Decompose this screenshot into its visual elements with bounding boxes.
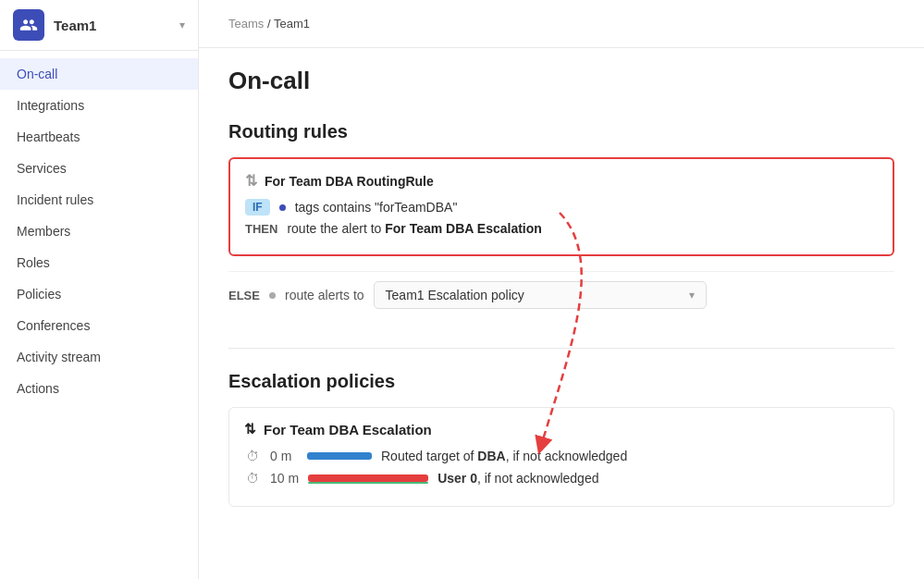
breadcrumb: Teams / Team1 [228, 17, 310, 31]
sidebar-item-services[interactable]: Services [0, 153, 198, 184]
sidebar-item-roles[interactable]: Roles [0, 247, 198, 278]
page-title: On-call [228, 67, 894, 95]
chevron-down-icon: ▾ [689, 289, 695, 302]
team-name: Team1 [54, 18, 170, 33]
clock-icon-2: ⏱ [244, 471, 261, 486]
team-avatar [13, 9, 44, 41]
else-dot [269, 292, 276, 299]
step-2-progress-bar [308, 474, 428, 482]
rule-then-text: route the alert to For Team DBA Escalati… [287, 221, 541, 236]
sidebar-item-policies[interactable]: Policies [0, 278, 198, 310]
breadcrumb-separator: / [267, 17, 274, 31]
step-1-time: 0 m [270, 449, 298, 463]
step-1-target: DBA [477, 449, 505, 463]
rule-then-row: THEN route the alert to For Team DBA Esc… [245, 221, 878, 236]
clock-icon-1: ⏱ [244, 449, 261, 463]
sidebar-item-conferences[interactable]: Conferences [0, 310, 198, 341]
step-1-desc: Routed target of DBA, if not acknowledge… [381, 449, 627, 463]
sidebar-item-integrations[interactable]: Integrations [0, 90, 198, 121]
step-1-progress-bar [307, 452, 372, 460]
rule-card-header: ⇅ For Team DBA RoutingRule [245, 172, 878, 190]
main-content-area: Teams / Team1 On-call Routing rules ⇅ Fo… [199, 0, 924, 579]
else-policy-select[interactable]: Team1 Escalation policy ▾ [374, 281, 707, 309]
team-chevron-icon: ▾ [179, 18, 185, 31]
page-body: On-call Routing rules ⇅ For Team DBA Rou… [199, 48, 924, 525]
then-badge: THEN [245, 222, 277, 236]
routing-rules-title: Routing rules [228, 121, 894, 142]
else-policy-value: Team1 Escalation policy [386, 288, 524, 302]
escalation-card-header: ⇅ For Team DBA Escalation [244, 421, 879, 437]
breadcrumb-parent[interactable]: Teams [228, 17, 264, 31]
escalation-policies-section: Escalation policies ⇅ For Team DBA Escal… [228, 371, 894, 507]
rule-if-row: IF tags contains "forTeamDBA" [245, 199, 878, 216]
team-icon [19, 16, 38, 34]
escalation-policies-title: Escalation policies [228, 371, 894, 392]
sidebar: Team1 ▾ On-call Integrations Heartbeats … [0, 0, 199, 579]
step-2-desc: User 0, if not acknowledged [437, 471, 598, 486]
section-divider [228, 348, 894, 349]
rule-condition: tags contains "forTeamDBA" [295, 200, 458, 215]
sidebar-item-heartbeats[interactable]: Heartbeats [0, 121, 198, 153]
sidebar-item-members[interactable]: Members [0, 216, 198, 247]
sidebar-item-activity-stream[interactable]: Activity stream [0, 341, 198, 373]
sidebar-item-on-call[interactable]: On-call [0, 58, 198, 90]
else-text: route alerts to [285, 288, 364, 302]
sidebar-nav: On-call Integrations Heartbeats Services… [0, 51, 198, 412]
else-row: ELSE route alerts to Team1 Escalation po… [228, 271, 894, 318]
else-badge: ELSE [228, 289, 260, 302]
if-badge: IF [245, 199, 270, 216]
sort-icon: ⇅ [245, 172, 257, 190]
sidebar-item-incident-rules[interactable]: Incident rules [0, 184, 198, 216]
main-header: Teams / Team1 [199, 0, 924, 48]
breadcrumb-current: Team1 [274, 17, 310, 31]
routing-rules-section: Routing rules ⇅ For Team DBA RoutingRule… [228, 121, 894, 318]
escalation-step-2: ⏱ 10 m User 0, if not acknowledged [244, 471, 879, 486]
rule-then-destination: For Team DBA Escalation [385, 221, 542, 236]
escalation-step-1: ⏱ 0 m Routed target of DBA, if not ackno… [244, 449, 879, 463]
step-2-target: User 0 [437, 471, 477, 486]
escalation-sort-icon: ⇅ [244, 421, 256, 437]
rule-dot [279, 204, 286, 211]
escalation-policy-card: ⇅ For Team DBA Escalation ⏱ 0 m Routed t… [228, 407, 894, 507]
team-selector[interactable]: Team1 ▾ [0, 0, 198, 51]
routing-rule-card: ⇅ For Team DBA RoutingRule IF tags conta… [228, 157, 894, 256]
escalation-policy-name: For Team DBA Escalation [264, 422, 432, 437]
rule-name: For Team DBA RoutingRule [265, 174, 434, 189]
step-2-time: 10 m [270, 471, 299, 486]
sidebar-item-actions[interactable]: Actions [0, 373, 198, 404]
